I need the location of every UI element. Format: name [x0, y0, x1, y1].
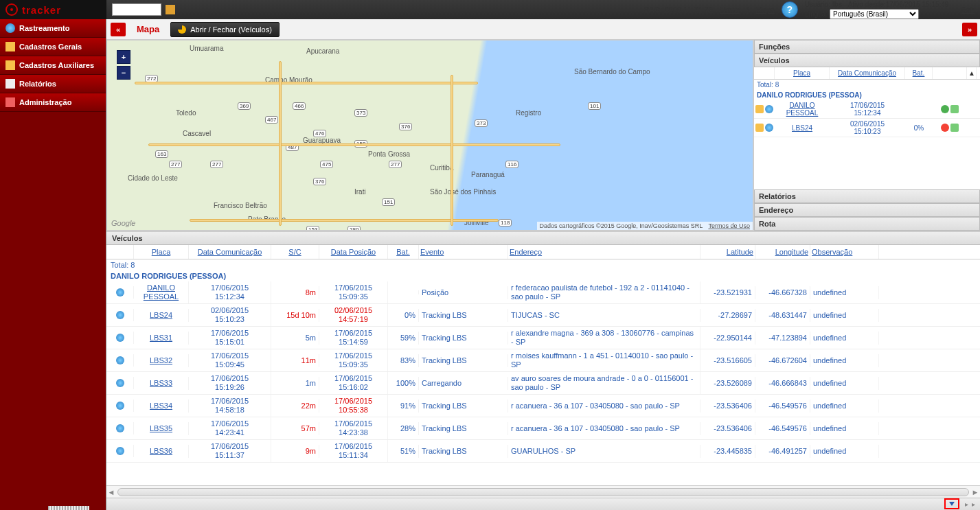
section-veiculos[interactable]: Veículos: [754, 54, 980, 67]
col-endereco[interactable]: Endereço: [508, 245, 700, 259]
placa-link[interactable]: LBS33: [134, 377, 189, 390]
map-terms-link[interactable]: Termos de Uso: [708, 222, 750, 229]
globe-icon[interactable]: [116, 402, 124, 410]
home-link[interactable]: Home: [720, 5, 740, 14]
collapse-sidebar-button[interactable]: «: [111, 23, 126, 36]
section-relatorios[interactable]: Relatórios: [754, 189, 980, 203]
cell-lon: -48.631447: [755, 309, 810, 322]
col-bat[interactable]: Bat.: [388, 245, 419, 259]
rp-table-row: LBS24 02/06/201515:10:23 0%: [754, 119, 980, 137]
mapa-link[interactable]: Mapa: [755, 5, 775, 14]
section-funcoes[interactable]: Funções: [754, 40, 980, 54]
col-dc[interactable]: Data Comunicação: [189, 245, 271, 259]
globe-icon[interactable]: [765, 105, 773, 113]
globe-icon[interactable]: [116, 356, 124, 364]
status-icon: [941, 105, 949, 113]
folder-icon[interactable]: [755, 105, 764, 113]
zoom-in-button[interactable]: +: [117, 50, 130, 64]
cell-lon: -46.549576: [755, 422, 810, 435]
cell-lat: -23.521931: [700, 286, 755, 299]
cell-lon: -46.549576: [755, 399, 810, 413]
table-row: LBS34 17/06/201514:58:18 22m 17/06/20151…: [106, 395, 980, 417]
cell-bat: 91%: [388, 399, 419, 413]
highlighted-dropdown-button[interactable]: [944, 498, 959, 509]
google-logo: Google: [111, 219, 135, 227]
sidebar-item-4[interactable]: Administração: [0, 93, 106, 112]
footer-arrow-2[interactable]: ▸: [972, 500, 979, 509]
language-select[interactable]: Português (Brasil): [830, 9, 919, 19]
col-sc[interactable]: S/C: [271, 245, 319, 259]
sidebar-resize-handle[interactable]: [48, 506, 89, 510]
placa-link[interactable]: LBS36: [134, 445, 189, 458]
horizontal-scrollbar[interactable]: ◄ ►: [106, 485, 980, 498]
cell-endereco: TIJUCAS - SC: [508, 309, 700, 322]
scroll-track[interactable]: [117, 488, 969, 496]
scroll-left-button[interactable]: ◄: [106, 487, 116, 497]
globe-icon[interactable]: [116, 334, 124, 342]
globe-icon[interactable]: [116, 311, 124, 319]
col-dp[interactable]: Data Posição: [319, 245, 388, 259]
sidebar-item-label: Relatórios: [19, 80, 56, 88]
section-rota[interactable]: Rota: [754, 217, 980, 231]
toggle-vehicles-button[interactable]: Abrir / Fechar (Veículos): [170, 22, 280, 37]
cell-lon: -46.666843: [755, 377, 810, 390]
rp-placa-link[interactable]: DANILO PESSOAL: [775, 102, 830, 117]
sidebar-item-3[interactable]: Relatórios: [0, 75, 106, 93]
globe-icon[interactable]: [116, 379, 124, 387]
cell-dc: 17/06/201514:23:41: [189, 417, 271, 439]
cell-obs: undefined: [810, 354, 879, 367]
search-input[interactable]: [112, 3, 161, 16]
rp-col-dc[interactable]: Data Comunicação: [830, 67, 905, 79]
highway-shield: 101: [588, 102, 601, 110]
globe-icon[interactable]: [116, 447, 124, 455]
cell-evento: Tracking LBS: [419, 354, 508, 367]
rp-scroll-up[interactable]: ▲: [967, 67, 977, 79]
cell-lat: -23.536406: [700, 422, 755, 435]
table-row: LBS36 17/06/201515:11:37 9m 17/06/201515…: [106, 440, 980, 463]
globe-icon[interactable]: [116, 288, 124, 297]
city-label: Irati: [354, 188, 366, 196]
placa-link[interactable]: LBS31: [134, 332, 189, 345]
cell-dc: 02/06/201515:10:23: [189, 304, 271, 326]
placa-link[interactable]: LBS34: [134, 399, 189, 413]
col-evento[interactable]: Evento: [419, 245, 508, 259]
cell-evento: Tracking LBS: [419, 309, 508, 322]
globe-icon[interactable]: [765, 124, 773, 132]
section-endereco[interactable]: Endereço: [754, 203, 980, 217]
sidebar-item-1[interactable]: Cadastros Gerais: [0, 38, 106, 56]
highway-shield: 277: [210, 161, 223, 168]
col-lat[interactable]: Latitude: [700, 245, 755, 259]
cell-lon: -46.672604: [755, 354, 810, 367]
highway-shield: 163: [155, 150, 168, 158]
globe-icon[interactable]: [116, 424, 124, 432]
cell-endereco: r acanuera - 36 a 107 - 03405080 - sao p…: [508, 422, 700, 435]
map-canvas[interactable]: UmuaramaApucaranaCampo MourãoToledoCasca…: [106, 40, 753, 231]
zoom-out-button[interactable]: −: [117, 66, 130, 80]
search-button[interactable]: [166, 5, 175, 14]
help-icon[interactable]: ?: [782, 1, 798, 18]
sidebar-item-0[interactable]: Rastreamento: [0, 19, 106, 38]
folder-icon[interactable]: [755, 124, 764, 132]
expand-panel-button[interactable]: »: [962, 23, 977, 36]
col-lon[interactable]: Longitude: [755, 245, 810, 259]
rp-col-bat[interactable]: Bat.: [905, 67, 933, 79]
col-obs[interactable]: Observação: [810, 245, 879, 259]
city-label: Umuarama: [190, 45, 223, 52]
cell-obs: undefined: [810, 332, 879, 345]
sidebar-item-2[interactable]: Cadastros Auxiliares: [0, 56, 106, 75]
cell-obs: undefined: [810, 377, 879, 390]
placa-link[interactable]: DANILO PESSOAL: [134, 281, 189, 303]
city-label: Paranaguá: [471, 171, 505, 178]
placa-link[interactable]: LBS24: [134, 309, 189, 322]
highway-shield: 151: [382, 198, 395, 206]
logout-link[interactable]: Sair: [961, 5, 975, 14]
rp-placa-link[interactable]: LBS24: [775, 124, 830, 132]
rp-col-placa[interactable]: Placa: [775, 67, 830, 79]
scroll-right-button[interactable]: ►: [970, 487, 980, 497]
footer-arrow-1[interactable]: ▸: [965, 500, 972, 509]
placa-link[interactable]: LBS32: [134, 354, 189, 367]
cell-evento: Carregando: [419, 377, 508, 390]
header-bar: tracker SAC: 0800 11 71 72 Home | Mapa ?…: [0, 0, 980, 19]
placa-link[interactable]: LBS35: [134, 422, 189, 435]
col-placa[interactable]: Placa: [134, 245, 189, 259]
